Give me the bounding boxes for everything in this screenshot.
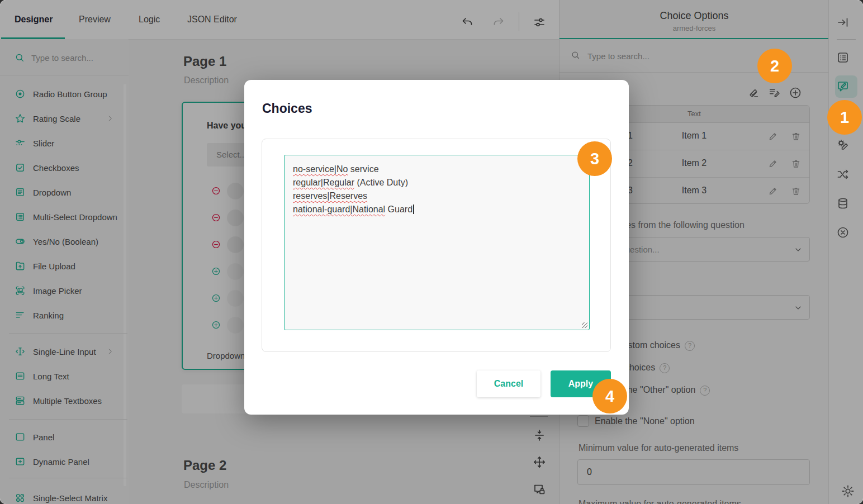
modal-title: Choices	[262, 101, 312, 116]
callout-badge-2: 2	[757, 49, 792, 83]
survey-creator-app: Designer Preview Logic JSON Editor Radio…	[0, 0, 863, 504]
cancel-button[interactable]: Cancel	[477, 370, 540, 397]
callout-badge-4: 4	[592, 379, 627, 413]
text-caret	[413, 205, 414, 214]
choices-textarea[interactable]: no-service|No service regular|Regular (A…	[284, 155, 590, 330]
choice-line: no-service|No service	[293, 163, 581, 176]
choice-line: national-guard|National Guard	[293, 203, 581, 216]
choice-line: regular|Regular (Active Duty)	[293, 176, 581, 189]
choices-modal: Choices no-service|No service regular|Re…	[244, 80, 629, 415]
callout-badge-3: 3	[577, 141, 612, 176]
callout-badge-1: 1	[827, 100, 862, 135]
choice-line: reserves|Reserves	[293, 189, 581, 203]
textarea-resize-handle[interactable]	[582, 322, 587, 328]
